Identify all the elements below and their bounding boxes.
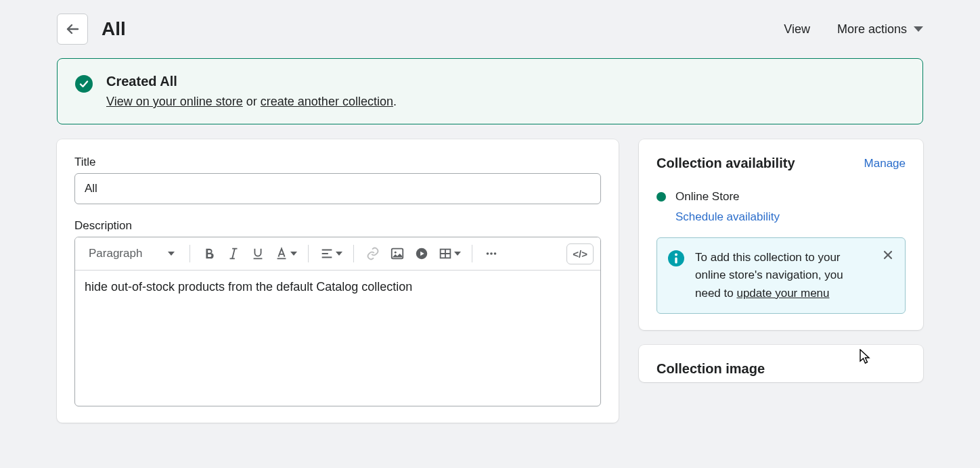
view-button[interactable]: View xyxy=(784,22,810,37)
view-store-link[interactable]: View on your online store xyxy=(106,95,243,108)
description-label: Description xyxy=(74,219,601,233)
more-actions-button[interactable]: More actions xyxy=(837,22,923,37)
bold-button[interactable] xyxy=(198,243,220,264)
italic-button[interactable] xyxy=(223,243,244,264)
success-banner: Created All View on your online store or… xyxy=(57,58,923,124)
status-dot-icon xyxy=(656,192,666,202)
update-menu-link[interactable]: update your menu xyxy=(736,287,829,300)
underline-button[interactable] xyxy=(247,243,269,264)
svg-point-16 xyxy=(487,252,489,255)
banner-text: View on your online store or create anot… xyxy=(106,95,397,109)
editor-toolbar: Paragraph xyxy=(75,237,600,271)
title-description-card: Title Description Paragraph xyxy=(57,139,619,423)
paragraph-style-select[interactable]: Paragraph xyxy=(82,243,181,264)
manage-button[interactable]: Manage xyxy=(864,157,906,170)
video-button[interactable] xyxy=(411,243,432,264)
text-color-button[interactable] xyxy=(271,243,300,264)
svg-point-18 xyxy=(494,252,497,255)
info-banner: To add this collection to your online st… xyxy=(656,237,906,314)
collection-image-card: Collection image xyxy=(639,345,923,382)
caret-down-icon xyxy=(454,252,461,256)
banner-title: Created All xyxy=(106,74,397,89)
back-button[interactable] xyxy=(57,14,88,45)
close-icon xyxy=(882,249,894,261)
channel-row: Online Store xyxy=(656,190,906,204)
description-input[interactable]: hide out-of-stock products from the defa… xyxy=(75,271,600,406)
page-title: All xyxy=(102,18,126,40)
caret-down-icon xyxy=(914,26,923,32)
link-button[interactable] xyxy=(362,243,384,264)
image-button[interactable] xyxy=(386,243,408,264)
svg-rect-20 xyxy=(675,258,677,264)
close-button[interactable] xyxy=(882,249,894,263)
check-circle-icon xyxy=(75,75,93,93)
svg-point-19 xyxy=(675,254,677,256)
caret-down-icon xyxy=(290,252,297,256)
schedule-availability-link[interactable]: Schedule availability xyxy=(675,210,780,224)
table-button[interactable] xyxy=(435,243,464,264)
caret-down-icon xyxy=(336,252,342,256)
availability-title: Collection availability xyxy=(656,156,795,171)
align-button[interactable] xyxy=(317,243,345,264)
svg-point-11 xyxy=(395,252,397,254)
svg-point-17 xyxy=(491,252,493,255)
page-header: All View More actions xyxy=(57,14,923,58)
collection-image-title: Collection image xyxy=(656,361,906,377)
info-text: To add this collection to your online st… xyxy=(695,249,871,302)
info-icon xyxy=(668,250,684,266)
create-collection-link[interactable]: create another collection xyxy=(261,95,393,108)
arrow-left-icon xyxy=(64,21,81,37)
more-actions-label: More actions xyxy=(837,22,907,37)
title-input[interactable] xyxy=(74,173,601,204)
channel-name: Online Store xyxy=(675,190,740,204)
more-format-button[interactable] xyxy=(481,243,502,264)
rich-text-editor: Paragraph xyxy=(74,237,601,406)
svg-line-3 xyxy=(233,249,236,259)
caret-down-icon xyxy=(168,252,175,256)
title-label: Title xyxy=(74,156,601,169)
html-view-button[interactable]: </> xyxy=(566,243,594,264)
availability-card: Collection availability Manage Online St… xyxy=(639,139,923,330)
